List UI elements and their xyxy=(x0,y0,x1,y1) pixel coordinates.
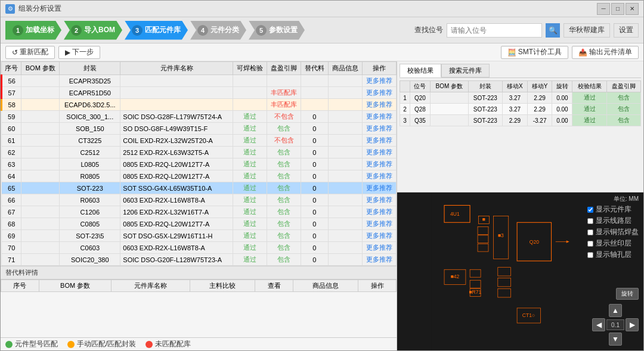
cell-id: 64 xyxy=(2,170,21,182)
legend-dot-red xyxy=(145,341,153,348)
table-row[interactable]: 58 ECAPD6.3D2.5... 丰匹配库 更多推荐 xyxy=(2,99,397,111)
cell-id: 58 xyxy=(2,99,21,111)
more-btn[interactable]: 更多推荐 xyxy=(366,112,392,121)
close-button[interactable]: ✕ xyxy=(626,3,639,15)
table-row[interactable]: 61 CT3225 COIL EXD-R2X-L32W25T20-A 通过 不包… xyxy=(2,135,397,147)
table-row[interactable]: 60 SOB_150 SO DSO-G8F-L49W39T15-F 通过 包含 … xyxy=(2,123,397,135)
table-row[interactable]: 70 C0603 0603 EXD-R2X-L16W8T8-A 通过 包含 0 … xyxy=(2,242,397,254)
option-show-trace[interactable]: 显示线路层 xyxy=(587,216,639,226)
cell-action: 更多推荐 xyxy=(362,230,396,242)
table-row[interactable]: 63 L0805 0805 EXD-R2Q-L20W12T7-A 通过 包含 0… xyxy=(2,159,397,170)
rcell-bom xyxy=(430,92,468,104)
nav-up-button[interactable]: ▲ xyxy=(609,304,622,317)
result-table: 位号 BOM 参数 封装 移动X 移动Y 旋转 校验结果 盘盈引脚 1 Q20 xyxy=(400,80,641,126)
nav-row-up: ▲ xyxy=(609,304,622,317)
option-show-copper[interactable]: 显示铜箔焊盘 xyxy=(587,227,639,237)
rcell-idx: 3 xyxy=(400,115,410,126)
step-4[interactable]: 4 元件分类 xyxy=(190,21,246,40)
table-row[interactable]: 62 C2512 2512 EXD-R2X-L63W32T5-A 通过 包含 0… xyxy=(2,147,397,159)
nav-right-button[interactable]: ▶ xyxy=(626,318,639,331)
rotate-button[interactable]: 旋转 xyxy=(616,288,639,300)
more-btn[interactable]: 更多推荐 xyxy=(366,184,392,192)
more-btn[interactable]: 更多推荐 xyxy=(366,195,392,204)
nav-left-button[interactable]: ◀ xyxy=(592,318,605,331)
rcell-idx: 1 xyxy=(400,92,410,104)
table-row[interactable]: 67 C1206 1206 EXD-R2X-L32W16T7-A 通过 包含 0… xyxy=(2,206,397,218)
checkbox-show-trace[interactable] xyxy=(587,218,593,224)
table-row[interactable]: 59 SOIC8_300_1... SOIC DSO-G28F-L179W75T… xyxy=(2,111,397,123)
step-2[interactable]: 2 导入BOM xyxy=(64,21,122,40)
substitute-header-row: 序号 BOM 参数 元件库名称 主料比较 查看 商品信息 操作 xyxy=(1,280,397,292)
cell-disc: 丰匹配库 xyxy=(267,99,301,111)
search-button[interactable]: 🔍 xyxy=(546,23,560,38)
cell-goods xyxy=(328,123,362,135)
cell-disc: 不包含 xyxy=(267,111,301,123)
component-table-container[interactable]: 序号 BOM 参数 封装 元件库名称 可焊检验 盘盈引脚 替代料 商品信息 操作 xyxy=(1,61,397,266)
table-row[interactable]: 71 SOIC20_380 SOIC DSO-G20F-L128W75T23-A… xyxy=(2,254,397,266)
cell-weld xyxy=(233,99,267,111)
more-btn[interactable]: 更多推荐 xyxy=(366,255,392,264)
toolbar-left: ↺ 重新匹配 ▶ 下一步 xyxy=(5,46,100,59)
more-btn[interactable]: 更多推荐 xyxy=(366,207,392,216)
cell-bom xyxy=(21,182,60,194)
export-button[interactable]: 📤 输出元件清单 xyxy=(572,46,639,59)
cell-lib: SOIC DSO-G20F-L128W75T23-A xyxy=(120,254,233,266)
cell-alt: 0 xyxy=(301,123,328,135)
table-row[interactable]: 65 SOT-223 SOT SSO-G4X-L65W35T10-A 通过 包含… xyxy=(2,182,397,194)
option-show-silk[interactable]: 显示丝印层 xyxy=(587,238,639,249)
substitute-table: 序号 BOM 参数 元件库名称 主料比较 查看 商品信息 操作 xyxy=(1,279,397,292)
smt-button[interactable]: 🧮 SMT计价工具 xyxy=(501,46,568,59)
tab-search-lib[interactable]: 搜索元件库 xyxy=(441,64,490,77)
table-row[interactable]: 69 SOT-23\5 SOT DSO-G5X-L29W16T11-H 通过 包… xyxy=(2,230,397,242)
step-3[interactable]: 3 匹配元件库 xyxy=(125,21,188,40)
legend-matched: 元件型号匹配 xyxy=(5,339,58,349)
table-row[interactable]: 68 C0805 0805 EXD-R2Q-L20W12T7-A 通过 包含 0… xyxy=(2,218,397,230)
more-btn[interactable]: 更多推荐 xyxy=(366,124,392,133)
option-show-hole[interactable]: 显示轴孔层 xyxy=(587,250,639,260)
next-button[interactable]: ▶ 下一步 xyxy=(58,46,100,59)
rcell-check: 通过 xyxy=(572,104,606,115)
more-btn[interactable]: 更多推荐 xyxy=(366,219,392,228)
option-show-lib[interactable]: 显示元件库 xyxy=(587,204,639,215)
table-row[interactable]: 66 R0603 0603 EXD-R2X-L16W8T8-A 通过 包含 0 … xyxy=(2,194,397,206)
more-btn[interactable]: 更多推荐 xyxy=(366,160,392,169)
cell-disc xyxy=(267,75,301,87)
cell-bom xyxy=(21,170,60,182)
checkbox-show-lib[interactable] xyxy=(587,207,593,213)
result-table-container[interactable]: 位号 BOM 参数 封装 移动X 移动Y 旋转 校验结果 盘盈引脚 1 Q20 xyxy=(400,80,641,126)
lib-button[interactable]: 华秋帮建库 xyxy=(564,23,610,38)
more-btn[interactable]: 更多推荐 xyxy=(366,100,392,109)
maximize-button[interactable]: □ xyxy=(611,3,624,15)
search-input[interactable] xyxy=(447,23,542,38)
cell-disc: 丰匹配库 xyxy=(267,87,301,99)
table-row[interactable]: 57 ECAPR51D50 丰匹配库 更多推荐 xyxy=(2,87,397,99)
checkbox-show-silk[interactable] xyxy=(587,241,593,247)
cell-package: SOT-23\5 xyxy=(60,230,120,242)
right-tabs: 校验结果 搜索元件库 xyxy=(400,64,641,78)
more-btn[interactable]: 更多推荐 xyxy=(366,88,392,97)
nav-down-button[interactable]: ▼ xyxy=(609,333,622,346)
rcell-check: 通过 xyxy=(572,115,606,126)
svg-text:4U1: 4U1 xyxy=(450,211,460,217)
rcell-movex: 3.27 xyxy=(503,92,528,104)
table-row[interactable]: 64 R0805 0805 EXD-R2Q-L20W12T7-A 通过 包含 0… xyxy=(2,170,397,182)
tab-verify-results[interactable]: 校验结果 xyxy=(400,64,441,77)
more-btn[interactable]: 更多推荐 xyxy=(366,243,392,252)
rematch-button[interactable]: ↺ 重新匹配 xyxy=(5,46,55,59)
settings-button[interactable]: 设置 xyxy=(614,23,639,38)
more-btn[interactable]: 更多推荐 xyxy=(366,172,392,181)
step-1[interactable]: 1 加载坐标 xyxy=(5,21,61,40)
minimize-button[interactable]: ─ xyxy=(597,3,610,15)
cell-weld: 通过 xyxy=(233,135,267,147)
more-btn[interactable]: 更多推荐 xyxy=(366,148,392,157)
step-5[interactable]: 5 参数设置 xyxy=(249,21,305,40)
nav-row-down: ▼ xyxy=(609,333,622,346)
table-row[interactable]: 56 ECAPR35D25 更多推荐 xyxy=(2,75,397,87)
rematch-label: 重新匹配 xyxy=(20,47,48,57)
step-4-num: 4 xyxy=(197,25,208,36)
checkbox-show-hole[interactable] xyxy=(587,252,593,258)
more-btn[interactable]: 更多推荐 xyxy=(366,136,392,145)
more-btn[interactable]: 更多推荐 xyxy=(366,231,392,240)
more-btn[interactable]: 更多推荐 xyxy=(366,76,392,85)
checkbox-show-copper[interactable] xyxy=(587,229,593,235)
